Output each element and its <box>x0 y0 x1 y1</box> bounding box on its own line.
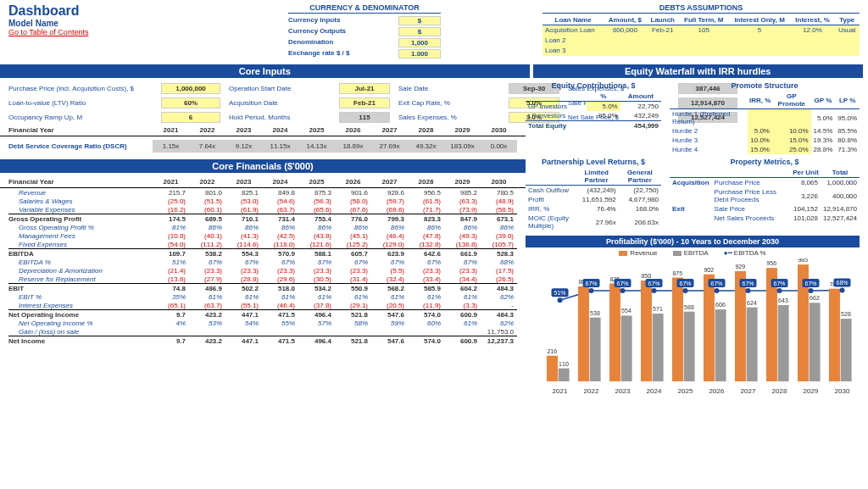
svg-text:643: 643 <box>778 297 788 303</box>
svg-text:875: 875 <box>672 270 682 276</box>
svg-rect-27 <box>715 309 726 381</box>
svg-rect-20 <box>672 278 683 382</box>
svg-rect-42 <box>810 303 821 381</box>
svg-text:606: 606 <box>715 302 726 308</box>
debts-header: DEBTS ASSUMPTIONS <box>542 3 860 14</box>
model-name: Model Name <box>8 19 288 28</box>
svg-text:902: 902 <box>704 267 714 273</box>
svg-text:624: 624 <box>747 300 757 306</box>
svg-point-68 <box>746 288 751 293</box>
promote-title: Promote Structure <box>670 81 860 90</box>
svg-text:929: 929 <box>735 264 745 270</box>
inputs-grid: Purchase Price (incl. Acquisition Costs)… <box>8 83 517 123</box>
svg-text:528: 528 <box>841 311 851 317</box>
svg-text:51%: 51% <box>554 290 565 296</box>
chart-title: Profitability ($'000) - 10 Years to Dece… <box>526 236 860 247</box>
svg-text:2027: 2027 <box>741 387 756 395</box>
input-cell[interactable]: Feb-21 <box>339 97 390 108</box>
svg-text:2023: 2023 <box>615 387 631 395</box>
svg-text:985: 985 <box>798 258 808 263</box>
svg-text:110: 110 <box>559 361 569 367</box>
svg-rect-25 <box>704 275 715 381</box>
svg-rect-30 <box>735 271 746 381</box>
svg-point-71 <box>777 288 782 293</box>
svg-point-65 <box>715 288 720 293</box>
svg-text:571: 571 <box>653 306 663 312</box>
svg-text:68%: 68% <box>836 280 848 286</box>
svg-text:2025: 2025 <box>678 387 693 395</box>
currency-input[interactable]: 1,000 <box>398 38 441 47</box>
currency-input[interactable]: 1.000 <box>398 49 441 58</box>
svg-text:554: 554 <box>621 308 632 314</box>
svg-rect-22 <box>684 312 695 381</box>
property-table: Per UnitTotalAcquisitionPurchase Price8,… <box>670 168 860 223</box>
svg-rect-17 <box>653 314 664 381</box>
waterfall-bar: Equity Waterfall with IRR hurdles <box>533 64 863 78</box>
svg-point-50 <box>558 297 563 303</box>
currency-input[interactable]: $ <box>398 27 441 36</box>
svg-text:2028: 2028 <box>772 387 787 395</box>
svg-text:67%: 67% <box>648 281 659 286</box>
svg-text:216: 216 <box>547 348 557 354</box>
profitability-chart: 2161102021801538202282555420238505712024… <box>526 258 860 398</box>
promote-table: IRR, %GP PromoteGP %LP %Hurdle 1 (Prefer… <box>670 92 860 154</box>
property-title: Property Metrics, $ <box>670 158 860 166</box>
svg-rect-37 <box>778 305 789 381</box>
svg-text:67%: 67% <box>616 281 628 286</box>
svg-rect-32 <box>747 308 758 381</box>
svg-point-74 <box>809 288 814 293</box>
svg-text:67%: 67% <box>773 281 785 286</box>
dscr-row: Debt Service Coverage Ratio (DSCR) 1.15x… <box>0 136 526 156</box>
svg-text:2026: 2026 <box>709 387 725 395</box>
svg-rect-5 <box>578 286 589 381</box>
svg-rect-7 <box>590 318 601 381</box>
svg-rect-10 <box>609 284 620 382</box>
currency-header: CURRENCY & DENOMINATOR <box>288 3 441 14</box>
input-cell[interactable]: Jul-21 <box>339 83 390 94</box>
svg-text:2029: 2029 <box>804 387 819 395</box>
eq-contrib-table: %AmountGP Investors5.0%22,750LP Investor… <box>526 92 661 131</box>
svg-text:2022: 2022 <box>584 387 599 395</box>
svg-text:67%: 67% <box>804 281 816 286</box>
svg-text:850: 850 <box>641 273 651 279</box>
svg-rect-0 <box>547 356 558 381</box>
partnership-table: Limited PartnerGeneral PartnerCash Outfl… <box>526 168 661 231</box>
toc-link[interactable]: Go to Table of Contents <box>8 28 88 36</box>
svg-text:538: 538 <box>590 310 600 316</box>
svg-point-77 <box>840 287 845 292</box>
svg-text:588: 588 <box>684 304 694 310</box>
currency-rows: Currency Inputs$Currency Outputs$Denomin… <box>288 15 441 59</box>
svg-text:662: 662 <box>810 295 820 301</box>
svg-point-53 <box>589 288 594 293</box>
svg-text:67%: 67% <box>710 281 722 286</box>
input-cell[interactable]: 1,000,000 <box>161 83 220 94</box>
svg-rect-2 <box>559 369 570 381</box>
svg-rect-47 <box>841 319 852 381</box>
dashboard-title: Dashboard <box>8 3 288 19</box>
svg-point-62 <box>683 288 688 293</box>
input-cell[interactable]: 6 <box>161 112 220 123</box>
svg-text:2024: 2024 <box>647 387 662 395</box>
svg-rect-15 <box>641 281 652 381</box>
core-fin-bar: Core Financials ($'000) <box>0 159 526 173</box>
debts-table: Loan NameAmount, $LaunchFull Term, MInte… <box>542 15 860 56</box>
fy-header-2: Financial Year 2021202220232024202520262… <box>0 176 526 188</box>
financials-table: Revenue215.7801.0825.1849.8875.3901.6928… <box>0 188 526 345</box>
svg-rect-12 <box>621 315 632 381</box>
core-inputs-bar: Core Inputs <box>0 64 530 78</box>
svg-text:2030: 2030 <box>835 387 850 395</box>
eq-contrib-title: Equity Contributions, $ <box>526 81 661 90</box>
svg-point-59 <box>652 288 657 293</box>
svg-text:67%: 67% <box>742 281 754 286</box>
svg-point-56 <box>620 288 626 293</box>
input-cell[interactable]: 115 <box>339 112 390 123</box>
svg-text:67%: 67% <box>585 281 597 286</box>
fy-header-1: Financial Year 2021202220232024202520262… <box>0 125 526 136</box>
partnership-title: Partnership Level Returns, $ <box>526 158 661 166</box>
svg-rect-45 <box>829 289 840 381</box>
svg-text:67%: 67% <box>679 281 691 286</box>
svg-text:956: 956 <box>766 260 776 266</box>
currency-input[interactable]: $ <box>398 16 441 25</box>
svg-text:2021: 2021 <box>553 387 568 395</box>
input-cell[interactable]: 60% <box>161 97 220 108</box>
